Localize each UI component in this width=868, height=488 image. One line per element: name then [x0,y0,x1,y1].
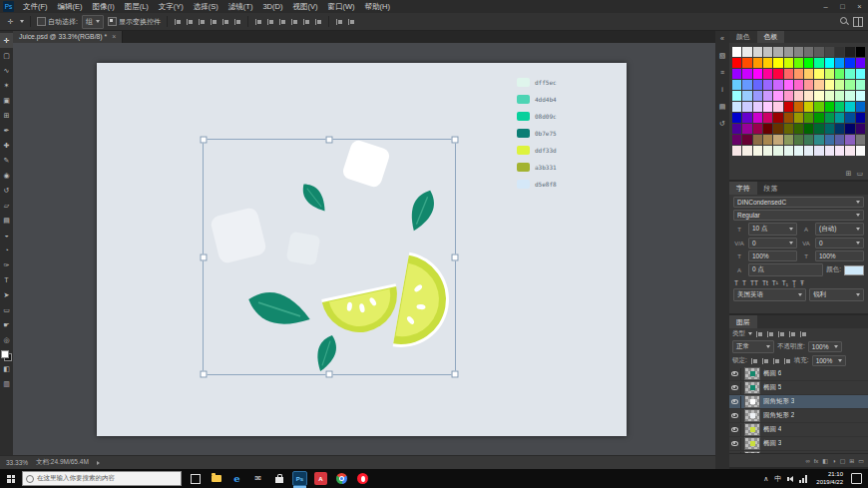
filter-shape-icon[interactable] [788,330,796,338]
swatch-cell[interactable] [784,47,793,57]
hand-tool[interactable]: ☛ [0,317,13,332]
swatch-cell[interactable] [794,80,803,90]
transform-handle[interactable] [452,253,459,260]
kerning-dropdown[interactable]: 0 [748,238,797,248]
transform-handle[interactable] [452,371,459,378]
tray-expand-icon[interactable]: ∧ [760,475,771,483]
swatch-cell[interactable] [742,58,751,68]
auto-select-target-dropdown[interactable]: 组 [82,15,104,29]
adobe-app-button[interactable]: A [310,469,331,488]
tab-color[interactable]: 颜色 [729,30,757,43]
menu-layer[interactable]: 图层(L) [120,0,154,13]
swatch-cell[interactable] [835,113,844,123]
layer-row[interactable]: 椭圆 6 [729,367,868,381]
swatch-cell[interactable] [856,69,865,79]
swatch-cell[interactable] [825,47,834,57]
swatch-cell[interactable] [773,80,782,90]
workspace-icon[interactable] [853,17,863,27]
swatch-cell[interactable] [825,124,834,134]
lock-all-icon[interactable] [783,357,791,365]
swatch-cell[interactable] [825,135,834,145]
transform-handle[interactable] [452,137,459,144]
swatch-cell[interactable] [835,102,844,112]
swatch-cell[interactable] [804,91,813,101]
swatch-cell[interactable] [856,146,865,156]
tab-paragraph[interactable]: 段落 [757,182,785,195]
layer-row[interactable]: 圆角矩形 2 [729,409,868,423]
document-tab[interactable]: Juice.psd @ 33.3%(RGB/8) * × [13,30,123,43]
swatch-cell[interactable] [804,80,813,90]
volume-icon[interactable] [784,476,796,482]
swatch-cell[interactable] [814,47,823,57]
menu-view[interactable]: 视图(V) [287,0,322,13]
healing-brush-tool[interactable]: ✚ [0,138,13,153]
type-style-button-6[interactable]: Ţ [792,279,796,286]
swatch-cell[interactable] [794,47,803,57]
layer-row[interactable]: 椭圆 3 [729,437,868,451]
menu-image[interactable]: 图像(I) [88,0,120,13]
swatch-cell[interactable] [804,69,813,79]
type-style-button-0[interactable]: T [734,279,738,286]
type-style-button-2[interactable]: TT [750,279,758,286]
opacity-field[interactable]: 100% [808,341,842,352]
filter-smart-object-icon[interactable] [799,330,807,338]
layer-name[interactable]: 圆角矩形 3 [763,397,794,406]
taskbar-clock[interactable]: 21:10 2019/4/22 [811,471,848,486]
tab-character[interactable]: 字符 [729,182,757,195]
link-layers-icon[interactable]: ∞ [805,458,809,464]
adjustment-layer-icon[interactable]: ◑ [832,458,836,464]
distribute-right-icon[interactable] [314,18,322,26]
swatch-cell[interactable] [773,91,782,101]
swatch-cell[interactable] [742,102,751,112]
foreground-background-swatches[interactable] [1,350,12,361]
layer-visibility-icon[interactable] [729,396,741,408]
swatch-cell[interactable] [845,124,854,134]
swatch-cell[interactable] [753,124,762,134]
swatch-cell[interactable] [845,91,854,101]
swatch-cell[interactable] [784,69,793,79]
frame-tool[interactable]: ⊞ [0,108,13,123]
zoom-level[interactable]: 33.33% [6,459,28,466]
layer-thumbnail[interactable] [744,423,760,436]
3d-mode-icon[interactable] [335,18,343,26]
menu-window[interactable]: 窗口(W) [322,0,359,13]
action-center-icon[interactable] [851,473,862,484]
layer-name[interactable]: 椭圆 4 [763,425,781,434]
swatch-cell[interactable] [784,135,793,145]
type-tool[interactable]: T [0,272,13,287]
language-dropdown[interactable]: 美国英语 [733,288,806,301]
filter-pixel-icon[interactable] [755,330,763,338]
transform-handle[interactable] [201,253,208,260]
swatch-cell[interactable] [784,91,793,101]
swatch-cell[interactable] [856,113,865,123]
swatch-cell[interactable] [804,102,813,112]
history-panel-icon[interactable]: ↺ [717,118,728,129]
transform-handle[interactable] [201,371,208,378]
distribute-left-icon[interactable] [290,18,298,26]
type-style-button-1[interactable]: T [742,279,746,286]
marquee-tool[interactable]: ▢ [0,48,13,63]
swatch-cell[interactable] [825,91,834,101]
swatch-cell[interactable] [825,113,834,123]
layer-name[interactable]: 椭圆 3 [763,439,781,448]
swatch-cell[interactable] [794,124,803,134]
distribute-top-icon[interactable] [254,18,262,26]
swatch-cell[interactable] [742,113,751,123]
layer-name[interactable]: 椭圆 5 [763,383,781,392]
swatch-cell[interactable] [794,69,803,79]
menu-help[interactable]: 帮助(H) [360,0,395,13]
swatch-cell[interactable] [814,113,823,123]
layer-visibility-icon[interactable] [729,382,741,394]
swatch-cell[interactable] [825,146,834,156]
layer-thumbnail[interactable] [744,381,760,394]
swatch-cell[interactable] [742,146,751,156]
text-color-swatch[interactable] [844,265,864,275]
swatch-cell[interactable] [732,124,741,134]
artboard[interactable]: dff5ec4dd4b408d09c0b7e75ddf33da3b331d5e8… [97,63,627,436]
filter-type-icon[interactable] [777,330,785,338]
swatch-cell[interactable] [742,124,751,134]
vertical-scale-field[interactable]: 100% [748,250,797,261]
clone-stamp-tool[interactable]: ◉ [0,168,13,183]
swatch-cell[interactable] [845,113,854,123]
quick-selection-tool[interactable]: ✶ [0,78,13,93]
